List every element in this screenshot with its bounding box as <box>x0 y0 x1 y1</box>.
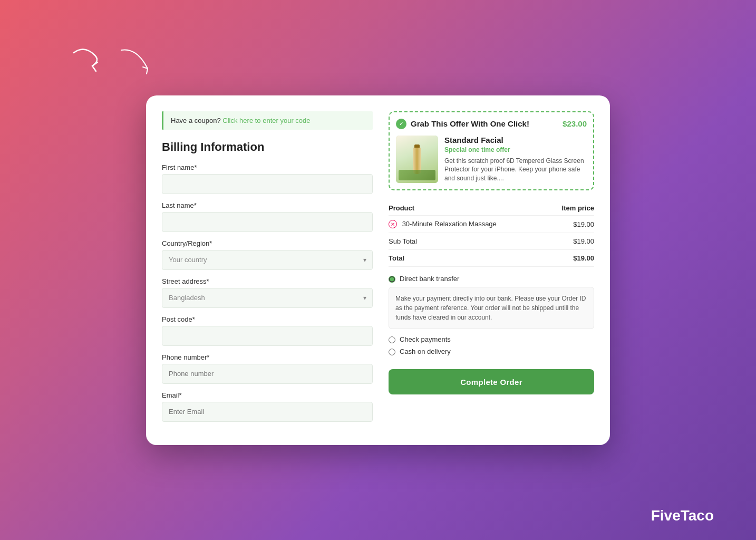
main-card: Have a coupon? Click here to enter your … <box>146 95 610 445</box>
street-label: Street address* <box>162 277 373 285</box>
offer-title: Grab This Offer With One Click! <box>411 119 529 128</box>
street-select-wrapper: Bangladesh <box>162 288 373 308</box>
col-product: Product <box>389 201 547 216</box>
offer-product-name: Standard Facial <box>444 136 587 144</box>
first-name-label: First name* <box>162 163 373 171</box>
country-label: Country/Region* <box>162 239 373 247</box>
payment-option-direct: Direct bank transfer <box>389 275 594 283</box>
check-icon: ✓ <box>396 119 406 129</box>
direct-bank-radio[interactable] <box>389 276 395 283</box>
email-label: Email* <box>162 391 373 399</box>
offer-info: Standard Facial Special one time offer G… <box>444 136 587 183</box>
offer-image-inner <box>396 136 438 183</box>
coupon-link[interactable]: Click here to enter your code <box>222 117 310 124</box>
phone-input[interactable] <box>162 364 373 384</box>
offer-title-row: ✓ Grab This Offer With One Click! <box>396 119 529 129</box>
offer-price: $23.00 <box>563 119 587 128</box>
subtotal-label: Sub Total <box>389 233 547 250</box>
first-name-group: First name* <box>162 163 373 194</box>
table-row: ✕ 30-Minute Relaxation Massage $19.00 <box>389 215 594 233</box>
left-panel: Have a coupon? Click here to enter your … <box>162 111 373 429</box>
total-value: $19.00 <box>547 250 594 267</box>
product-name: ✕ 30-Minute Relaxation Massage <box>389 215 547 233</box>
direct-bank-label: Direct bank transfer <box>400 275 459 283</box>
phone-label: Phone number* <box>162 353 373 361</box>
offer-one-time-label: Special one time offer <box>444 146 587 153</box>
last-name-input[interactable] <box>162 212 373 232</box>
offer-image <box>396 136 438 183</box>
cash-delivery-label: Cash on delivery <box>400 348 451 355</box>
coupon-banner: Have a coupon? Click here to enter your … <box>162 111 373 130</box>
remove-icon[interactable]: ✕ <box>389 220 397 228</box>
last-name-group: Last name* <box>162 201 373 232</box>
col-price: Item price <box>547 201 594 216</box>
postcode-input[interactable] <box>162 326 373 346</box>
email-input[interactable] <box>162 402 373 422</box>
order-table: Product Item price ✕ 30-Minute Relaxatio… <box>389 201 594 267</box>
postcode-label: Post code* <box>162 315 373 323</box>
country-select-wrapper: Your country <box>162 250 373 270</box>
payment-option-cash: Cash on delivery <box>389 348 594 355</box>
phone-group: Phone number* <box>162 353 373 384</box>
billing-title: Billing Information <box>162 140 373 154</box>
total-label: Total <box>389 250 547 267</box>
offer-header: ✓ Grab This Offer With One Click! $23.00 <box>396 119 587 129</box>
payment-details-box: Make your payment directly into our bank… <box>389 287 594 329</box>
complete-order-button[interactable]: Complete Order <box>389 369 594 394</box>
cash-delivery-radio[interactable] <box>389 349 395 355</box>
subtotal-value: $19.00 <box>547 233 594 250</box>
email-group: Email* <box>162 391 373 422</box>
check-payments-label: Check payments <box>400 335 451 343</box>
subtotal-row: Sub Total $19.00 <box>389 233 594 250</box>
check-payments-radio[interactable] <box>389 336 395 343</box>
country-group: Country/Region* Your country <box>162 239 373 270</box>
product-price: $19.00 <box>547 215 594 233</box>
payment-option-check: Check payments <box>389 335 594 343</box>
payment-section: Direct bank transfer Make your payment d… <box>389 275 594 394</box>
postcode-group: Post code* <box>162 315 373 346</box>
street-select[interactable]: Bangladesh <box>162 288 373 308</box>
offer-box: ✓ Grab This Offer With One Click! $23.00 <box>389 111 594 190</box>
country-select[interactable]: Your country <box>162 250 373 270</box>
offer-description: Get this scratch proof 6D Tempered Glass… <box>444 157 587 183</box>
street-group: Street address* Bangladesh <box>162 277 373 308</box>
total-row: Total $19.00 <box>389 250 594 267</box>
offer-content: Standard Facial Special one time offer G… <box>396 136 587 183</box>
fivetaco-logo: FiveTaco <box>651 507 714 524</box>
arrow-decoration <box>69 42 153 84</box>
last-name-label: Last name* <box>162 201 373 209</box>
right-panel: ✓ Grab This Offer With One Click! $23.00 <box>389 111 594 429</box>
first-name-input[interactable] <box>162 174 373 194</box>
coupon-text: Have a coupon? <box>171 117 221 124</box>
